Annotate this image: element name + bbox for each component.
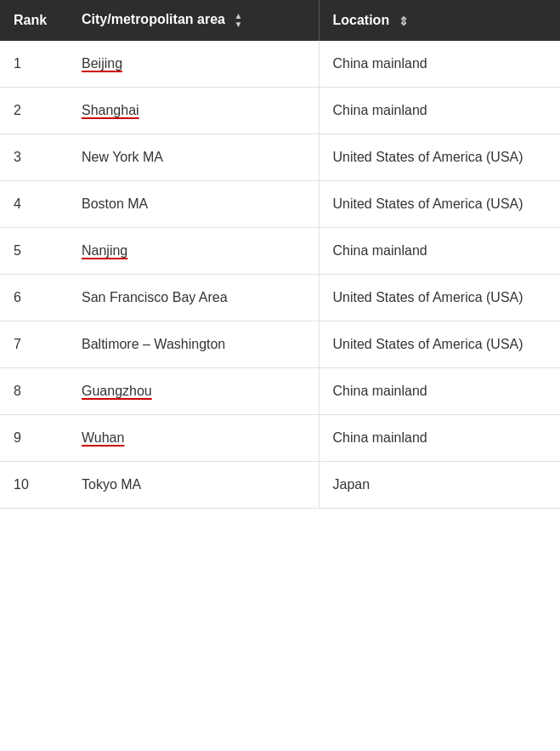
location-cell: United States of America (USA) <box>319 275 560 321</box>
rank-cell: 9 <box>0 415 68 462</box>
city-name: San Francisco Bay Area <box>82 290 228 304</box>
rank-cell: 3 <box>0 134 68 181</box>
location-cell: China mainland <box>319 228 560 275</box>
city-name: Baltimore – Washington <box>82 337 225 351</box>
table-body: 1BeijingChina mainland2ShanghaiChina mai… <box>0 41 560 509</box>
table-header-row: Rank City/metropolitan area ▲ ▼ Location… <box>0 0 560 41</box>
sort-down-icon: ▼ <box>234 20 242 29</box>
city-cell: Shanghai <box>68 88 319 134</box>
city-name: New York MA <box>82 150 163 164</box>
table-row: 1BeijingChina mainland <box>0 41 560 88</box>
rank-cell: 10 <box>0 462 68 509</box>
location-cell: Japan <box>319 462 560 509</box>
city-name: Nanjing <box>82 243 127 258</box>
city-name: Shanghai <box>82 103 139 117</box>
city-cell: Nanjing <box>68 228 319 275</box>
table-row: 5NanjingChina mainland <box>0 228 560 275</box>
city-cell: Tokyo MA <box>68 462 319 509</box>
city-cell: Boston MA <box>68 181 319 228</box>
rank-cell: 8 <box>0 368 68 415</box>
rank-cell: 2 <box>0 88 68 134</box>
city-name: Boston MA <box>82 196 148 211</box>
location-cell: China mainland <box>319 415 560 462</box>
table-row: 10Tokyo MAJapan <box>0 462 560 509</box>
rank-cell: 6 <box>0 275 68 321</box>
location-column-header[interactable]: Location ⇕ <box>319 0 560 41</box>
rank-cell: 5 <box>0 228 68 275</box>
city-cell: Wuhan <box>68 415 319 462</box>
rankings-table-container: Rank City/metropolitan area ▲ ▼ Location… <box>0 0 560 509</box>
table-row: 2ShanghaiChina mainland <box>0 88 560 134</box>
location-cell: China mainland <box>319 368 560 415</box>
city-cell: Baltimore – Washington <box>68 321 319 368</box>
table-row: 7Baltimore – WashingtonUnited States of … <box>0 321 560 368</box>
rank-cell: 4 <box>0 181 68 228</box>
city-sort-icons[interactable]: ▲ ▼ <box>234 12 242 29</box>
rank-cell: 7 <box>0 321 68 368</box>
table-row: 6San Francisco Bay AreaUnited States of … <box>0 275 560 321</box>
city-cell: San Francisco Bay Area <box>68 275 319 321</box>
table-row: 9WuhanChina mainland <box>0 415 560 462</box>
location-cell: China mainland <box>319 41 560 88</box>
location-cell: United States of America (USA) <box>319 134 560 181</box>
city-name: Guangzhou <box>82 384 152 398</box>
rank-column-header: Rank <box>0 0 68 41</box>
location-cell: China mainland <box>319 88 560 134</box>
city-name: Wuhan <box>82 430 124 445</box>
rank-cell: 1 <box>0 41 68 88</box>
rankings-table: Rank City/metropolitan area ▲ ▼ Location… <box>0 0 560 509</box>
city-cell: Guangzhou <box>68 368 319 415</box>
location-sort-icon[interactable]: ⇕ <box>399 14 409 28</box>
city-cell: New York MA <box>68 134 319 181</box>
city-column-header[interactable]: City/metropolitan area ▲ ▼ <box>68 0 319 41</box>
sort-updown-icon: ⇕ <box>399 14 409 28</box>
location-cell: United States of America (USA) <box>319 181 560 228</box>
city-name: Tokyo MA <box>82 477 141 492</box>
table-row: 8GuangzhouChina mainland <box>0 368 560 415</box>
table-row: 4Boston MAUnited States of America (USA) <box>0 181 560 228</box>
location-cell: United States of America (USA) <box>319 321 560 368</box>
city-name: Beijing <box>82 56 122 71</box>
table-row: 3New York MAUnited States of America (US… <box>0 134 560 181</box>
city-cell: Beijing <box>68 41 319 88</box>
